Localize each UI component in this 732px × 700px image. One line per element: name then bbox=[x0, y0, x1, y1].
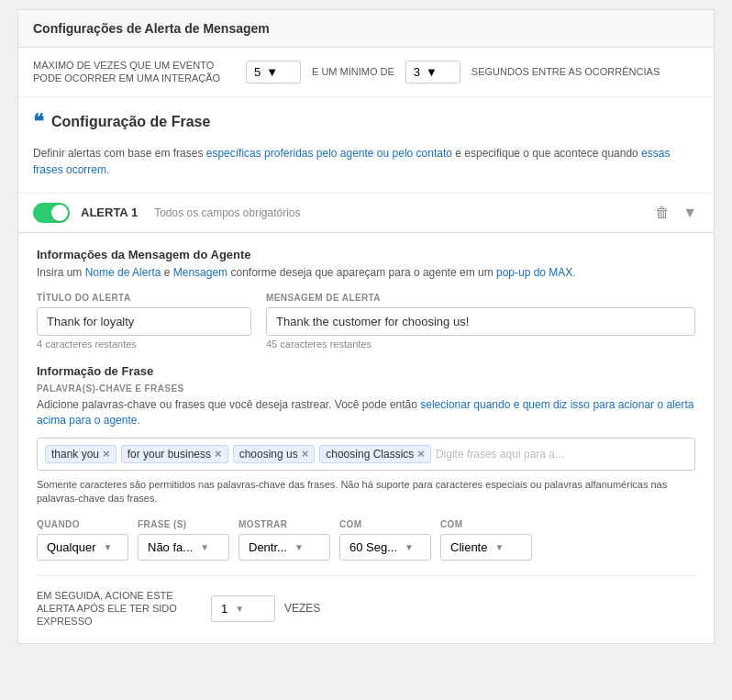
tag-thank-you: thank you × bbox=[45, 445, 116, 463]
min-seconds-select[interactable]: 3 ▼ bbox=[405, 61, 460, 83]
tag-choosing-us-remove[interactable]: × bbox=[302, 448, 309, 460]
message-input[interactable] bbox=[266, 307, 695, 336]
title-field-group: TÍTULO DO ALERTA 4 caracteres restantes bbox=[37, 293, 251, 350]
tag-for-your-business-label: for your business bbox=[128, 448, 211, 461]
alert-fields-row: TÍTULO DO ALERTA 4 caracteres restantes … bbox=[37, 293, 695, 350]
with-group: COM 60 Seg... ▼ bbox=[339, 519, 431, 561]
agent-desc-link1[interactable]: Nome de Alerta bbox=[85, 266, 161, 279]
show-value: Dentr... bbox=[249, 540, 287, 554]
show-label: MOSTRAR bbox=[238, 519, 330, 529]
min-seconds-value: 3 bbox=[414, 65, 420, 79]
phrase-config-desc: Definir alertas com base em frases espec… bbox=[18, 139, 714, 194]
seconds-label: SEGUNDOS ENTRE AS OCORRÊNCIAS bbox=[471, 65, 660, 78]
after-count-chevron-icon: ▼ bbox=[235, 604, 244, 614]
title-input[interactable] bbox=[37, 307, 251, 336]
phrase-value: Não fa... bbox=[148, 540, 193, 554]
message-char-count: 45 caracteres restantes bbox=[266, 339, 695, 350]
phrase-config-title: Configuração de Frase bbox=[51, 114, 210, 130]
phrase-label: FRASE (S) bbox=[138, 519, 229, 529]
alert-title-label: ALERTA 1 bbox=[81, 206, 138, 219]
when-group: QUANDO Qualquer ▼ bbox=[37, 519, 128, 561]
after-expressed-label: EM SEGUIDA, ACIONE ESTE ALERTA APÓS ELE … bbox=[37, 589, 202, 628]
with-time-select[interactable]: 60 Seg... ▼ bbox=[339, 534, 431, 561]
com-select[interactable]: Cliente ▼ bbox=[440, 534, 532, 561]
phrase-info-title: Informação de Frase bbox=[37, 364, 695, 378]
when-value: Qualquer bbox=[47, 540, 95, 554]
alert-body: Informações da Mensagem do Agente Insira… bbox=[18, 233, 714, 643]
phrase-select[interactable]: Não fa... ▼ bbox=[138, 534, 229, 561]
when-chevron-icon: ▼ bbox=[103, 542, 112, 552]
with-time-label: COM bbox=[339, 519, 431, 529]
after-expressed-row: EM SEGUIDA, ACIONE ESTE ALERTA APÓS ELE … bbox=[37, 575, 695, 628]
message-field-group: MENSAGEM DE ALERTA 45 caracteres restant… bbox=[266, 293, 695, 350]
com-label: COM bbox=[440, 519, 532, 529]
after-expressed-count-select[interactable]: 1 ▼ bbox=[211, 595, 275, 622]
max-occurrences-value: 5 bbox=[254, 65, 261, 79]
section-header: Configurações de Alerta de Mensagem bbox=[18, 10, 714, 48]
phrase-config-text: Definir alertas com base em frases espec… bbox=[33, 147, 670, 176]
keywords-desc: Adicione palavras-chave ou frases que vo… bbox=[37, 397, 695, 428]
keywords-note: Somente caracteres são permitidos nas pa… bbox=[37, 478, 695, 506]
after-expressed-count: 1 bbox=[221, 602, 227, 616]
when-label: QUANDO bbox=[37, 519, 128, 529]
tag-thank-you-label: thank you bbox=[51, 448, 99, 461]
with-time-chevron-icon: ▼ bbox=[405, 542, 414, 552]
connector-label: E UM MÍNIMO DE bbox=[312, 65, 394, 78]
delete-alert-button[interactable]: 🗑 bbox=[653, 203, 671, 223]
alert-bar-actions: 🗑 ▼ bbox=[653, 203, 699, 223]
message-field-label: MENSAGEM DE ALERTA bbox=[266, 293, 695, 303]
phrase-group: FRASE (S) Não fa... ▼ bbox=[138, 519, 229, 561]
title-char-count: 4 caracteres restantes bbox=[37, 339, 251, 350]
phrase-config-link1[interactable]: específicas proferidas pelo agente ou pe… bbox=[206, 147, 452, 160]
max-chevron-icon: ▼ bbox=[266, 65, 278, 79]
tag-choosing-us: choosing us × bbox=[233, 445, 316, 463]
max-occurrences-select[interactable]: 5 ▼ bbox=[246, 61, 301, 83]
agent-desc-link3[interactable]: pop-up do MAX. bbox=[496, 266, 576, 279]
quote-icon: ❝ bbox=[33, 110, 44, 134]
tag-for-your-business-remove[interactable]: × bbox=[215, 448, 222, 460]
conditions-row: QUANDO Qualquer ▼ FRASE (S) Não fa... ▼ … bbox=[37, 519, 695, 561]
tag-choosing-classics: choosing Classics × bbox=[319, 445, 431, 463]
agent-message-info-desc: Insira um Nome de Alerta e Mensagem conf… bbox=[37, 265, 695, 281]
agent-desc-link2[interactable]: Mensagem bbox=[173, 266, 227, 279]
alert-toggle[interactable] bbox=[33, 203, 70, 223]
com-chevron-icon: ▼ bbox=[494, 542, 504, 552]
keywords-label: PALAVRA(S)-CHAVE E FRASES bbox=[37, 383, 695, 394]
show-select[interactable]: Dentr... ▼ bbox=[238, 534, 330, 561]
title-field-label: TÍTULO DO ALERTA bbox=[37, 293, 251, 303]
main-container: Configurações de Alerta de Mensagem MÁXI… bbox=[17, 9, 715, 644]
phrase-chevron-icon: ▼ bbox=[200, 542, 209, 552]
tag-thank-you-remove[interactable]: × bbox=[103, 448, 110, 460]
alert-bar: ALERTA 1 Todos os campos obrigatórios 🗑 … bbox=[18, 194, 714, 233]
collapse-alert-button[interactable]: ▼ bbox=[681, 203, 699, 223]
alert-required-label: Todos os campos obrigatórios bbox=[154, 206, 300, 219]
show-group: MOSTRAR Dentr... ▼ bbox=[238, 519, 330, 561]
event-limits-label: MÁXIMO DE VEZES QUE UM EVENTO PODE OCORR… bbox=[33, 59, 235, 85]
agent-message-info-title: Informações da Mensagem do Agente bbox=[37, 248, 695, 261]
com-group: COM Cliente ▼ bbox=[440, 519, 532, 561]
tags-placeholder: Digite frases aqui para a... bbox=[436, 448, 687, 461]
vezes-label: VEZES bbox=[284, 602, 320, 615]
com-value: Cliente bbox=[450, 540, 487, 554]
page-title: Configurações de Alerta de Mensagem bbox=[33, 21, 699, 36]
tag-choosing-classics-label: choosing Classics bbox=[326, 448, 414, 461]
tag-choosing-us-label: choosing us bbox=[239, 448, 298, 461]
event-limits-row: MÁXIMO DE VEZES QUE UM EVENTO PODE OCORR… bbox=[18, 48, 714, 97]
tags-input[interactable]: thank you × for your business × choosing… bbox=[37, 438, 695, 471]
with-time-value: 60 Seg... bbox=[349, 540, 397, 554]
phrase-config-header: ❝ Configuração de Frase bbox=[18, 97, 714, 139]
when-select[interactable]: Qualquer ▼ bbox=[37, 534, 128, 561]
tag-choosing-classics-remove[interactable]: × bbox=[417, 448, 425, 460]
tag-for-your-business: for your business × bbox=[121, 445, 228, 463]
show-chevron-icon: ▼ bbox=[294, 542, 304, 552]
min-chevron-icon: ▼ bbox=[426, 65, 438, 79]
